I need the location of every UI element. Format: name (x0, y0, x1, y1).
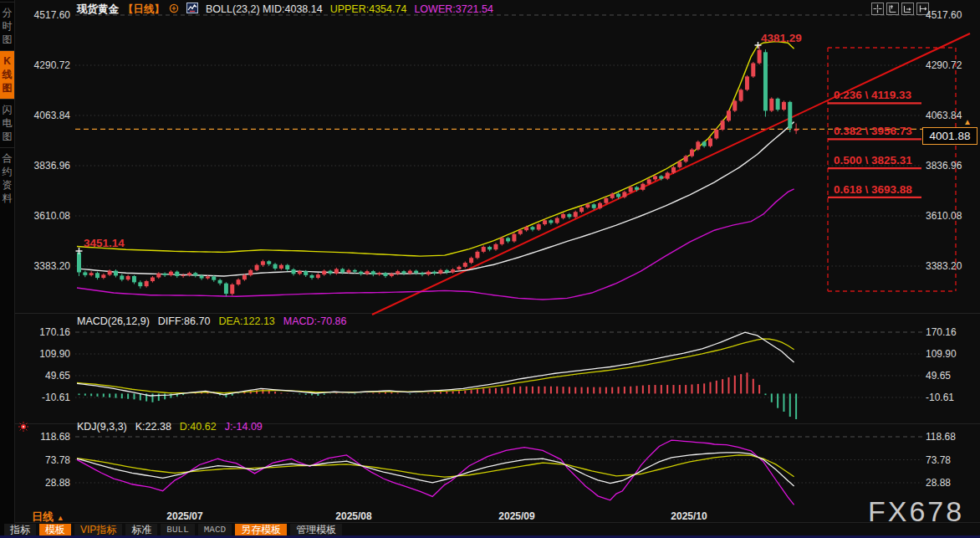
boll-upper-value: UPPER:4354.74 (330, 3, 407, 15)
kdj-axis-label-right: 118.68 (926, 431, 956, 443)
date-axis-label: 2025/07 (166, 510, 202, 522)
crosshair-tool-icon[interactable] (871, 3, 884, 15)
price-axis-label-left: 3836.96 (27, 160, 70, 172)
price-axis-label-right: 3836.96 (926, 160, 962, 172)
chart-toolbar (871, 3, 929, 15)
period-label[interactable]: 【日线】 (123, 3, 165, 17)
kdj-d-value: D:40.62 (180, 421, 217, 433)
macd-title: MACD(26,12,9) (77, 315, 150, 327)
price-axis-label-left: 3383.20 (27, 260, 70, 272)
kdj-axis-label-right: 28.88 (926, 477, 951, 489)
low-anchor-price-label[interactable]: 3451.14 (84, 237, 125, 249)
kdj-header: KDJ(9,3,3) K:22.38 D:40.62 J:-14.09 (77, 421, 263, 433)
mini-chart-icon[interactable] (186, 3, 198, 16)
bottom-tab-4[interactable]: 标准 (125, 524, 157, 536)
fx678-watermark: FX678 (868, 495, 964, 528)
macd-axis-label-left: 170.16 (27, 326, 70, 338)
bottom-tab-7[interactable]: 另存模板 (235, 524, 287, 536)
kdj-axis-label-left: 28.88 (27, 477, 70, 489)
price-axis-label-right: 3383.20 (926, 260, 962, 272)
price-axis-label-right: 3610.08 (926, 210, 962, 222)
bottom-tab-1[interactable]: 指标 (4, 524, 36, 536)
price-axis-label-left: 4063.84 (27, 110, 70, 121)
macd-header: MACD(26,12,9) DIFF:86.70 DEA:122.13 MACD… (77, 315, 347, 327)
date-axis-label: 2025/09 (498, 510, 534, 522)
period-selector-label: 日线 (32, 510, 54, 523)
sidebar-tab-4[interactable]: 合约资料 (0, 147, 14, 210)
bottom-tab-6[interactable]: MACD (198, 524, 232, 536)
price-axis-label-left: 4290.72 (27, 59, 70, 71)
fib-level-label[interactable]: 0.382 \ 3956.73 (834, 125, 912, 137)
last-price-tag: 4001.88 (922, 127, 977, 145)
price-axis-label-right: 4290.72 (926, 59, 962, 71)
price-up-arrow-icon: ▲ (963, 117, 972, 126)
macd-diff-value: DIFF:86.70 (158, 315, 211, 327)
fib-level-label[interactable]: 0.618 \ 3693.88 (834, 183, 912, 196)
symbol-name: 现货黄金 (77, 3, 119, 17)
macd-bar-value: MACD:-70.86 (283, 315, 347, 327)
macd-axis-label-right: 170.16 (926, 326, 957, 338)
fib-level-label[interactable]: 0.500 \ 3825.31 (834, 154, 912, 167)
peak-price-label[interactable]: 4381.29 (761, 32, 802, 44)
kdj-axis-label-right: 73.78 (926, 454, 951, 466)
price-axis-label-right: 4063.84 (926, 110, 962, 121)
kdj-axis-label-left: 73.78 (27, 454, 70, 466)
sidebar-tab-2[interactable]: K线图 (0, 50, 14, 100)
kdj-j-value: J:-14.09 (225, 421, 263, 433)
kdj-axis-label-left: 118.68 (27, 431, 70, 443)
macd-axis-label-right: -10.61 (926, 392, 954, 403)
info-circle-icon[interactable] (169, 3, 179, 16)
bottom-tab-8[interactable]: 管理模板 (290, 524, 342, 536)
zoom-horizontal-tool-icon[interactable] (901, 3, 914, 15)
chart-header: 现货黄金 【日线】 BOLL(23,2) MID:4038.14 UPPER:4… (77, 3, 493, 16)
macd-dea-value: DEA:122.13 (218, 315, 274, 327)
date-axis-label: 2025/10 (671, 510, 707, 522)
macd-axis-label-left: 49.65 (27, 370, 70, 382)
price-axis-label-right: 4517.60 (926, 9, 962, 21)
bottom-tab-2[interactable]: 模板 (39, 524, 71, 536)
macd-axis-label-left: -10.61 (27, 392, 70, 403)
sidebar-tab-1[interactable]: 分时图 (0, 2, 14, 51)
fib-level-label[interactable]: 0.236 \ 4119.33 (834, 89, 911, 101)
bottom-tab-5[interactable]: BULL (161, 524, 194, 536)
macd-axis-label-left: 109.90 (27, 348, 70, 360)
boll-mid-value: BOLL(23,2) MID:4038.14 (206, 3, 323, 15)
zoom-vertical-tool-icon[interactable] (886, 3, 899, 15)
price-axis-label-left: 3610.08 (27, 210, 70, 222)
date-axis-label: 2025/08 (335, 510, 371, 522)
left-sidebar: 分时图K线图闪电图合约资料 (0, 0, 15, 538)
macd-axis-label-right: 109.90 (926, 348, 957, 360)
boll-lower-value: LOWER:3721.54 (414, 3, 493, 15)
indicator-tabbar: 指标模板VIP指标标准BULLMACD另存模板管理模板 (4, 524, 342, 536)
macd-axis-label-right: 49.65 (926, 370, 951, 382)
price-axis-label-left: 4517.60 (27, 9, 70, 21)
kdj-title: KDJ(9,3,3) (77, 421, 127, 433)
kdj-k-value: K:22.38 (135, 421, 171, 433)
period-selector-arrow-icon: ▲ (57, 514, 64, 522)
period-selector[interactable]: 日线 ▲ (32, 510, 64, 525)
sidebar-tab-3[interactable]: 闪电图 (0, 99, 14, 148)
bottom-tab-3[interactable]: VIP指标 (74, 524, 122, 536)
